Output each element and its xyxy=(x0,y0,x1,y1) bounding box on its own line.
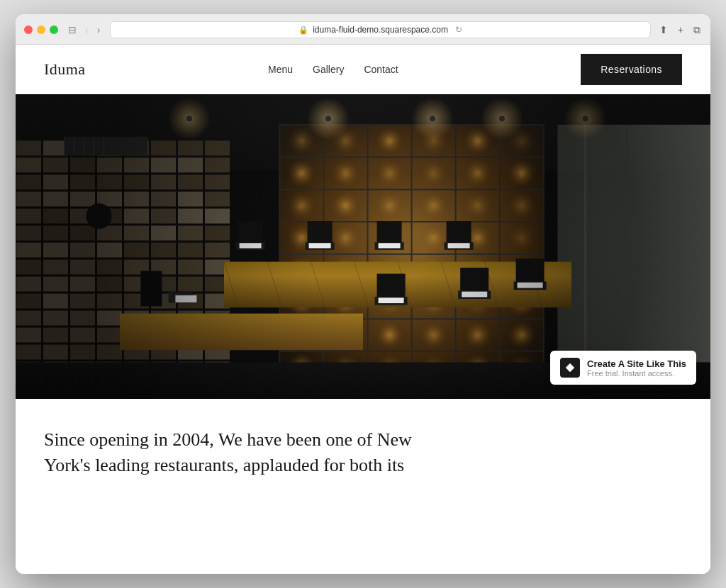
squarespace-badge-title: Create A Site Like This xyxy=(587,358,686,369)
reservations-button[interactable]: Reservations xyxy=(581,54,682,85)
browser-window: ⊟ ‹ › 🔒 iduma-fluid-demo.squarespace.com… xyxy=(16,14,710,574)
traffic-lights xyxy=(24,26,58,34)
body-section: Since opening in 2004, We have been one … xyxy=(16,399,710,574)
lock-icon: 🔒 xyxy=(298,26,308,35)
hero-image: Create A Site Like This Free trial. Inst… xyxy=(16,94,710,399)
squarespace-badge-text: Create A Site Like This Free trial. Inst… xyxy=(587,358,686,378)
share-button[interactable]: ⬆ xyxy=(658,23,669,37)
back-button[interactable]: ‹ xyxy=(82,23,91,37)
minimize-button[interactable] xyxy=(37,26,45,34)
new-tab-button[interactable]: + xyxy=(676,23,685,37)
close-button[interactable] xyxy=(24,26,33,34)
website-content: Iduma Menu Gallery Contact Reservations … xyxy=(16,45,710,574)
squarespace-badge-subtitle: Free trial. Instant access. xyxy=(587,369,686,378)
maximize-button[interactable] xyxy=(50,26,58,34)
nav-contact[interactable]: Contact xyxy=(364,64,398,75)
squarespace-badge[interactable]: Create A Site Like This Free trial. Inst… xyxy=(550,351,696,385)
site-header: Iduma Menu Gallery Contact Reservations xyxy=(16,45,710,94)
tabs-button[interactable]: ⧉ xyxy=(692,23,702,38)
squarespace-logo-icon xyxy=(560,358,580,378)
intro-text: Since opening in 2004, We have been one … xyxy=(44,427,540,479)
refresh-icon[interactable]: ↻ xyxy=(455,25,462,35)
forward-button[interactable]: › xyxy=(94,23,104,37)
nav-gallery[interactable]: Gallery xyxy=(313,64,344,75)
browser-chrome: ⊟ ‹ › 🔒 iduma-fluid-demo.squarespace.com… xyxy=(16,14,710,45)
browser-nav-buttons: ⊟ ‹ › xyxy=(65,23,103,37)
toolbar-right: ⬆ + ⧉ xyxy=(658,23,702,38)
nav-menu[interactable]: Menu xyxy=(268,64,293,75)
address-bar[interactable]: 🔒 iduma-fluid-demo.squarespace.com ↻ xyxy=(110,21,650,38)
url-text: iduma-fluid-demo.squarespace.com xyxy=(313,25,448,35)
site-nav: Menu Gallery Contact xyxy=(268,64,398,75)
site-logo: Iduma xyxy=(44,60,85,79)
sidebar-toggle[interactable]: ⊟ xyxy=(65,23,79,37)
